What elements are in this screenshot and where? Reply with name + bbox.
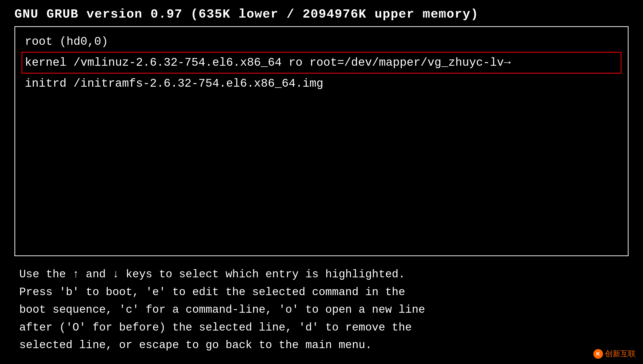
grub-header: GNU GRUB version 0.97 (635K lower / 2094… xyxy=(0,0,643,26)
menu-item-kernel[interactable]: kernel /vmlinuz-2.6.32-754.el6.x86_64 ro… xyxy=(22,52,621,74)
watermark: K 创新互联 xyxy=(593,348,636,359)
instructions-block: Use the ↑ and ↓ keys to select which ent… xyxy=(0,256,643,364)
menu-item-root[interactable]: root (hd0,0) xyxy=(23,32,620,52)
instruction-line-3: boot sequence, 'c' for a command-line, '… xyxy=(19,301,624,319)
main-content: root (hd0,0) kernel /vmlinuz-2.6.32-754.… xyxy=(0,26,643,256)
watermark-text: 创新互联 xyxy=(605,348,636,359)
bottom-area: Use the ↑ and ↓ keys to select which ent… xyxy=(0,256,643,364)
instruction-line-1: Use the ↑ and ↓ keys to select which ent… xyxy=(19,266,624,284)
menu-item-initrd[interactable]: initrd /initramfs-2.6.32-754.el6.x86_64.… xyxy=(23,74,620,94)
instruction-line-5: selected line, or escape to go back to t… xyxy=(19,336,624,354)
watermark-icon: K xyxy=(593,349,603,359)
boot-menu-box: root (hd0,0) kernel /vmlinuz-2.6.32-754.… xyxy=(15,26,628,256)
header-title: GNU GRUB version 0.97 (635K lower / 2094… xyxy=(15,7,479,22)
instruction-line-2: Press 'b' to boot, 'e' to edit the selec… xyxy=(19,284,624,302)
instruction-line-4: after ('O' for before) the selected line… xyxy=(19,319,624,337)
